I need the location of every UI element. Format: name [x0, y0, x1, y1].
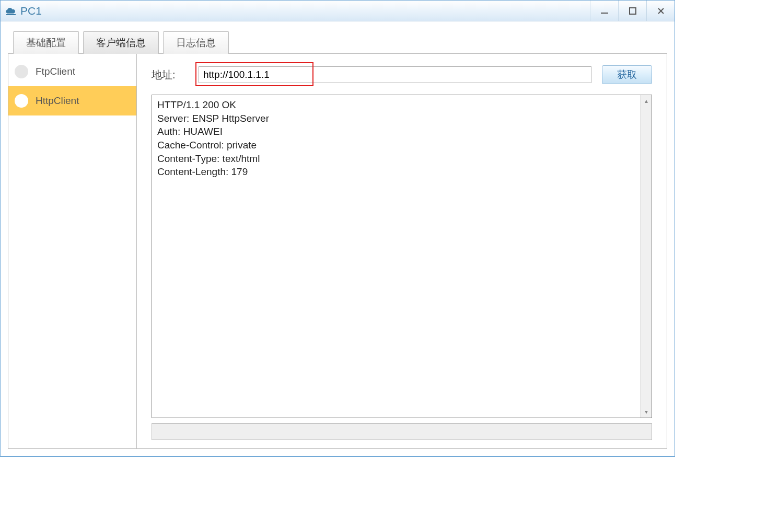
titlebar: PC1 — [1, 1, 675, 21]
window-title: PC1 — [20, 5, 42, 17]
sidebar-item-label: FtpClient — [36, 66, 75, 77]
address-label: 地址: — [152, 68, 188, 82]
tab-basic-config[interactable]: 基础配置 — [13, 31, 79, 54]
svg-rect-0 — [6, 14, 16, 15]
maximize-button[interactable] — [618, 1, 646, 21]
content-frame: FtpClient HttpClient 地址: 获取 HTT — [8, 53, 667, 449]
maximize-icon — [628, 6, 637, 16]
client-sidebar: FtpClient HttpClient — [8, 54, 137, 448]
address-input-wrap — [199, 66, 591, 83]
svg-rect-1 — [601, 13, 608, 14]
minimize-button[interactable] — [590, 1, 618, 21]
tab-bar: 基础配置 客户端信息 日志信息 — [13, 31, 667, 53]
sidebar-item-ftpclient[interactable]: FtpClient — [8, 57, 136, 86]
tab-log-info[interactable]: 日志信息 — [163, 31, 229, 54]
fetch-button[interactable]: 获取 — [602, 65, 652, 84]
close-button[interactable] — [646, 1, 675, 21]
svg-rect-2 — [630, 8, 636, 14]
window-controls — [590, 1, 675, 21]
app-window: PC1 基础配置 客户端信息 日志信息 FtpClient — [0, 0, 675, 457]
response-text: HTTP/1.1 200 OK Server: ENSP HttpServer … — [152, 95, 640, 418]
scroll-down-icon[interactable]: ▾ — [645, 408, 648, 415]
app-icon — [5, 5, 17, 17]
address-row: 地址: 获取 — [152, 65, 652, 84]
scroll-up-icon[interactable]: ▴ — [645, 97, 648, 105]
response-box: HTTP/1.1 200 OK Server: ENSP HttpServer … — [152, 95, 652, 418]
tab-client-info[interactable]: 客户端信息 — [83, 31, 159, 54]
status-bar — [152, 423, 652, 440]
dot-icon — [15, 65, 28, 78]
sidebar-item-label: HttpClient — [36, 95, 79, 107]
dot-icon — [15, 94, 28, 108]
window-body: 基础配置 客户端信息 日志信息 FtpClient HttpClient 地址: — [1, 21, 675, 456]
minimize-icon — [600, 6, 609, 16]
response-scrollbar[interactable]: ▴ ▾ — [640, 95, 652, 418]
sidebar-item-httpclient[interactable]: HttpClient — [8, 86, 136, 115]
address-input[interactable] — [199, 66, 591, 83]
main-pane: 地址: 获取 HTTP/1.1 200 OK Server: ENSP Http… — [137, 54, 667, 448]
close-icon — [656, 6, 666, 16]
